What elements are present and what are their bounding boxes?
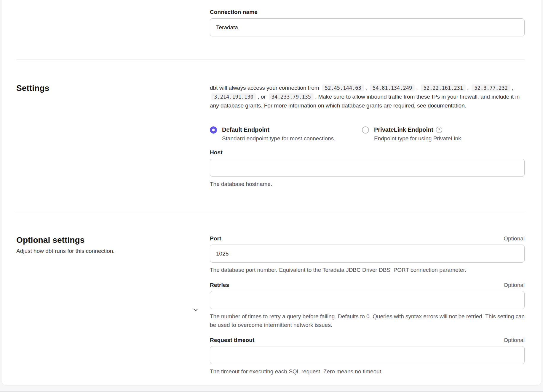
radio-label: Default Endpoint — [222, 126, 269, 134]
ip-address-pill: 52.45.144.63 — [322, 84, 364, 91]
radio-button[interactable] — [362, 126, 369, 134]
page-bottom-strip — [0, 385, 543, 392]
port-input[interactable] — [210, 245, 525, 263]
request-timeout-field: Request timeout Optional The timeout for… — [210, 337, 525, 376]
ip-address-pill: 52.22.161.231 — [421, 84, 466, 91]
port-helper-text: The database port number. Equivalent to … — [210, 266, 525, 274]
collapse-section-button[interactable] — [191, 237, 200, 383]
optional-settings-section: Optional settings Adjust how dbt runs fo… — [16, 211, 525, 383]
port-field: Port Optional The database port number. … — [210, 235, 525, 274]
host-field: Host The database hostname. — [210, 149, 525, 188]
retries-field: Retries Optional The number of times to … — [210, 282, 525, 329]
connection-settings-card: Connection name Settings dbt will always… — [2, 0, 541, 385]
documentation-link[interactable]: documentation — [428, 102, 465, 109]
endpoint-option-default[interactable]: Default Endpoint Standard endpoint type … — [210, 126, 362, 143]
ip-address-pill: 3.214.191.130 — [211, 93, 256, 100]
optional-badge: Optional — [504, 235, 525, 242]
radio-label: PrivateLink Endpoint — [374, 126, 433, 134]
ip-address-pill: 34.233.79.135 — [269, 93, 314, 100]
retries-input[interactable] — [210, 291, 525, 309]
optional-badge: Optional — [504, 282, 525, 288]
endpoint-radio-group: Default Endpoint Standard endpoint type … — [210, 126, 525, 143]
host-input[interactable] — [210, 159, 525, 177]
left-spacer — [16, 9, 210, 36]
radio-description: Standard endpoint type for most connecti… — [222, 134, 335, 143]
connection-name-input[interactable] — [210, 18, 525, 36]
settings-intro: dbt will always access your connection f… — [210, 83, 525, 110]
request-timeout-input[interactable] — [210, 346, 525, 364]
optional-badge: Optional — [504, 337, 525, 343]
retries-label: Retries — [210, 282, 229, 288]
help-icon[interactable]: ? — [436, 127, 442, 133]
port-label: Port — [210, 235, 221, 242]
connection-name-section: Connection name — [16, 0, 525, 60]
host-label: Host — [210, 149, 525, 156]
request-timeout-helper-text: The timeout for executing each SQL reque… — [210, 367, 525, 376]
settings-heading: Settings — [16, 83, 210, 93]
request-timeout-label: Request timeout — [210, 337, 254, 343]
radio-button[interactable] — [210, 126, 217, 134]
retries-helper-text: The number of times to retry a query bef… — [210, 312, 525, 329]
endpoint-option-privatelink[interactable]: PrivateLink Endpoint ? Endpoint type for… — [362, 126, 463, 143]
radio-description: Endpoint type for using PrivateLink. — [374, 134, 463, 143]
optional-settings-heading: Optional settings — [16, 235, 115, 245]
optional-settings-subheading: Adjust how dbt runs for this connection. — [16, 247, 115, 255]
chevron-down-icon — [192, 307, 199, 313]
ip-address-pill: 52.3.77.232 — [472, 84, 510, 91]
host-helper-text: The database hostname. — [210, 180, 525, 188]
connection-name-label: Connection name — [210, 9, 525, 15]
settings-section: Settings dbt will always access your con… — [16, 60, 525, 211]
ip-address-pill: 54.81.134.249 — [370, 84, 415, 91]
